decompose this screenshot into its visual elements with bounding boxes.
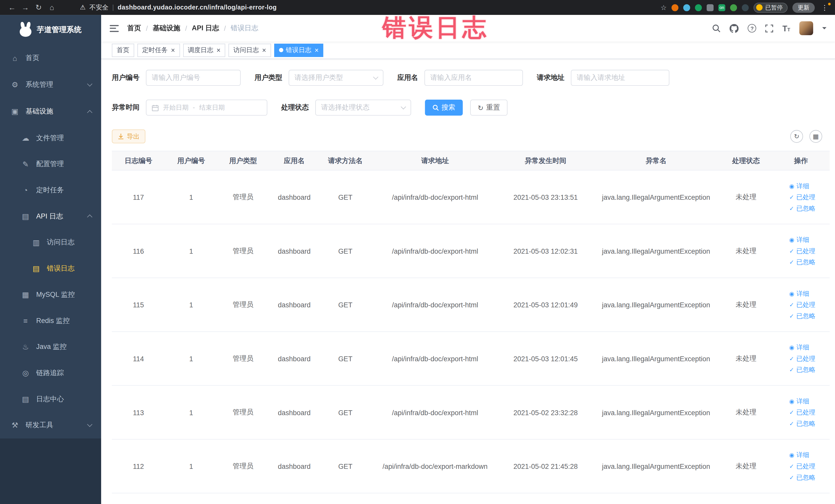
tab-error-log[interactable]: 错误日志 × — [274, 43, 323, 57]
mark-ignored-link[interactable]: ✓ 已忽略 — [789, 203, 828, 214]
sidebar-item-link-tracing[interactable]: ◎ 链路追踪 — [0, 360, 101, 386]
check-icon: ✓ — [789, 472, 794, 483]
fullscreen-icon[interactable] — [766, 24, 773, 32]
dark-extension-icon[interactable] — [742, 4, 749, 11]
app-name-input[interactable]: 请输入应用名 — [424, 70, 523, 86]
sidebar-item-home[interactable]: ⌂ 首页 — [0, 45, 101, 72]
cell-exception-name: java.lang.IllegalArgumentException — [592, 385, 720, 439]
column-header-actions: 操作 — [772, 151, 830, 170]
eye-icon: ◉ — [789, 180, 794, 191]
sidebar-item-mysql-monitor[interactable]: ▦ MySQL 监控 — [0, 281, 101, 308]
request-url-input[interactable]: 请输入请求地址 — [571, 70, 669, 86]
sidebar-item-label: 研发工具 — [26, 420, 54, 430]
close-icon[interactable]: × — [217, 47, 221, 54]
back-icon[interactable]: ← — [5, 3, 19, 12]
mark-processed-link[interactable]: ✓ 已处理 — [789, 299, 828, 310]
tab-scheduled-jobs[interactable]: 定时任务 × — [137, 43, 180, 57]
mark-ignored-link[interactable]: ✓ 已忽略 — [789, 257, 828, 268]
cell-app-name: dashboard — [269, 385, 320, 439]
hamburger-icon[interactable] — [109, 25, 119, 32]
detail-link[interactable]: ◉ 详细 — [789, 180, 828, 191]
sidebar-item-file-management[interactable]: ☁ 文件管理 — [0, 125, 101, 151]
detail-link-label: 详细 — [796, 342, 809, 353]
sidebar-item-dev-tools[interactable]: ⚒ 研发工具 — [0, 412, 101, 439]
address-bar[interactable]: ⚠ 不安全 | dashboard.yudao.iocoder.cn/infra… — [80, 3, 277, 12]
blue-extension-icon[interactable] — [683, 4, 690, 11]
breadcrumb-infrastructure[interactable]: 基础设施 — [153, 23, 180, 33]
date-range-picker[interactable]: 开始日期 - 结束日期 — [146, 100, 267, 116]
mark-ignored-link[interactable]: ✓ 已忽略 — [789, 472, 828, 483]
tab-dispatch-log[interactable]: 调度日志 × — [183, 43, 225, 57]
detail-link[interactable]: ◉ 详细 — [789, 234, 828, 245]
bookmark-star-icon[interactable]: ☆ — [660, 3, 667, 11]
mark-processed-link[interactable]: ✓ 已处理 — [789, 191, 828, 203]
breadcrumb-home[interactable]: 首页 — [127, 23, 141, 33]
sidebar-item-config-management[interactable]: ✎ 配置管理 — [0, 151, 101, 177]
sidebar-item-java-monitor[interactable]: ♨ Java 监控 — [0, 334, 101, 360]
orange-extension-icon[interactable] — [672, 4, 678, 11]
refresh-button[interactable]: ↻ — [790, 130, 803, 143]
column-settings-button[interactable]: ▦ — [809, 130, 822, 143]
table-header-row: 日志编号 用户编号 用户类型 应用名 请求方法名 请求地址 异常发生时间 异常名… — [112, 151, 830, 170]
sidebar-item-scheduled-jobs[interactable]: ◔ 定时任务 — [0, 177, 101, 203]
reset-button[interactable]: ↻ 重置 — [470, 100, 507, 116]
teal-extension-icon[interactable] — [695, 4, 702, 11]
reload-icon[interactable]: ↻ — [32, 3, 45, 12]
avatar-caret-down-icon[interactable] — [822, 27, 827, 32]
search-icon[interactable] — [712, 24, 720, 32]
browser-home-icon[interactable]: ⌂ — [45, 3, 59, 12]
avatar[interactable] — [799, 21, 813, 35]
sidebar-item-access-log[interactable]: ▥ 访问日志 — [0, 229, 101, 255]
green-extension-icon[interactable] — [730, 4, 737, 11]
help-icon[interactable]: ? — [748, 24, 756, 32]
app-logo[interactable]: 芋道管理系统 — [0, 15, 101, 45]
puzzle-extensions-icon[interactable] — [707, 4, 714, 11]
mark-processed-link[interactable]: ✓ 已处理 — [789, 407, 828, 418]
github-icon[interactable] — [730, 24, 739, 33]
tab-home[interactable]: 首页 — [112, 43, 134, 57]
update-button[interactable]: 更新 — [792, 2, 815, 12]
sidebar-item-api-logs[interactable]: ▤ API 日志 — [0, 203, 101, 229]
browser-menu-icon[interactable]: ⋮ — [820, 3, 830, 11]
sidebar-item-label: 系统管理 — [26, 80, 54, 89]
mark-ignored-link[interactable]: ✓ 已忽略 — [789, 310, 828, 322]
mark-ignored-link[interactable]: ✓ 已忽略 — [789, 364, 828, 375]
sidebar-item-infrastructure[interactable]: ▣ 基础设施 — [0, 98, 101, 125]
exception-time-label: 异常时间 — [112, 103, 140, 112]
search-button[interactable]: 搜索 — [425, 100, 463, 116]
close-icon[interactable]: × — [315, 47, 319, 54]
cell-actions: ◉ 详细 ✓ 已处理 ✓ 已忽略 — [772, 278, 830, 332]
mark-processed-link[interactable]: ✓ 已处理 — [789, 461, 828, 472]
detail-link[interactable]: ◉ 详细 — [789, 396, 828, 407]
breadcrumb-api-logs[interactable]: API 日志 — [192, 23, 219, 33]
detail-link[interactable]: ◉ 详细 — [789, 449, 828, 461]
sidebar-item-label: 首页 — [26, 54, 40, 63]
process-status-select[interactable]: 请选择处理状态 — [315, 100, 411, 116]
close-icon[interactable]: × — [171, 47, 175, 54]
mark-processed-link[interactable]: ✓ 已处理 — [789, 353, 828, 364]
detail-link[interactable]: ◉ 详细 — [789, 288, 828, 299]
cell-actions: ◉ 详细 ✓ 已处理 ✓ 已忽略 — [772, 439, 830, 493]
sidebar-item-system-management[interactable]: ⚙ 系统管理 — [0, 72, 101, 98]
check-icon: ✓ — [789, 353, 794, 364]
check-icon: ✓ — [789, 191, 794, 203]
export-button-label: 导出 — [127, 132, 140, 141]
sidebar-item-error-log[interactable]: ▤ 错误日志 — [0, 255, 101, 281]
detail-link[interactable]: ◉ 详细 — [789, 342, 828, 353]
export-button[interactable]: 导出 — [112, 129, 145, 143]
user-id-input[interactable]: 请输入用户编号 — [146, 70, 241, 86]
user-type-select[interactable]: 请选择用户类型 — [288, 70, 383, 86]
vpn-on-extension-icon[interactable]: on — [718, 4, 726, 11]
sidebar-item-redis-monitor[interactable]: ≡ Redis 监控 — [0, 307, 101, 334]
table-row: 113 1 管理员 dashboard GET /api/infra/db-do… — [112, 385, 830, 439]
mark-ignored-link[interactable]: ✓ 已忽略 — [789, 418, 828, 429]
sidebar: 芋道管理系统 ⌂ 首页 ⚙ 系统管理 ▣ 基础设施 ☁ — [0, 15, 101, 504]
sidebar-item-label: API 日志 — [36, 211, 63, 221]
forward-icon[interactable]: → — [19, 3, 32, 12]
tab-access-log[interactable]: 访问日志 × — [228, 43, 271, 57]
font-size-icon[interactable]: TT — [782, 24, 790, 33]
paused-badge[interactable]: 已暂停 — [754, 2, 788, 12]
sidebar-item-log-center[interactable]: ▤ 日志中心 — [0, 386, 101, 412]
close-icon[interactable]: × — [262, 47, 266, 54]
mark-processed-link[interactable]: ✓ 已处理 — [789, 245, 828, 257]
